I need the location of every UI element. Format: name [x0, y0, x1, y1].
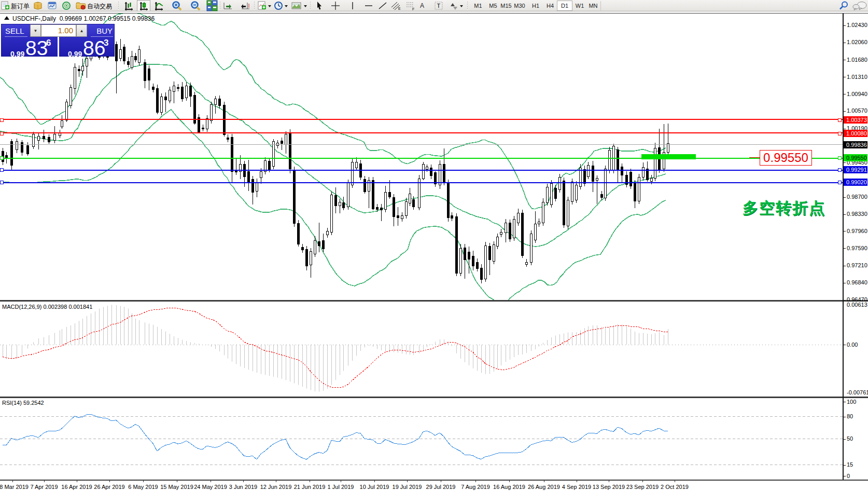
- svg-text:T: T: [437, 3, 441, 9]
- svg-text:E: E: [398, 7, 401, 10]
- svg-text:F: F: [412, 7, 414, 10]
